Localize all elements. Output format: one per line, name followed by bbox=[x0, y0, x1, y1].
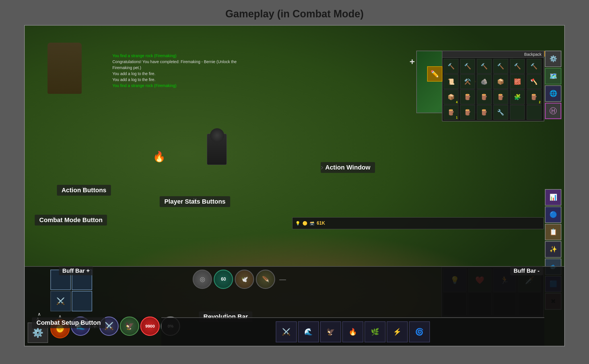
combat-mode-arrow: ∨ bbox=[35, 215, 56, 222]
bp-slot-22[interactable]: 🔧 bbox=[493, 105, 508, 120]
skill-btn-sword[interactable]: ⚔️ bbox=[99, 317, 119, 336]
action-buttons-annotation: Action Buttons ∨ bbox=[82, 185, 86, 192]
combat-mode-button[interactable]: ✊ bbox=[50, 319, 70, 338]
combat-setup-annotation: ∧ Combat Setup Button bbox=[32, 311, 41, 317]
rev-slot-5[interactable]: 🌿 bbox=[364, 321, 386, 342]
rev-slot-7[interactable]: 🌀 bbox=[409, 321, 430, 342]
backpack-label: Backpack bbox=[442, 51, 544, 58]
action-slot-4[interactable] bbox=[72, 291, 92, 311]
combat-section: ⚔️ ∧ ✊ 🌊 + ⚔️ 🦅 9900 0% bbox=[50, 270, 180, 338]
bp-slot-5[interactable]: 🔨 bbox=[510, 59, 525, 74]
combat-setup-button[interactable]: ⚙️ bbox=[28, 322, 48, 343]
backpack-grid: 🔨 🔨 🔨 🔨 🔨 🔨 📜 ⚒️ 🪨 📦 🧱 🪓 📦4 🪵 🪵 🪵 🧩 🪵2 🪵… bbox=[442, 58, 544, 121]
hp-badge: 9900 bbox=[140, 317, 160, 336]
chat-msg-4: You add a log to the fire. bbox=[112, 77, 250, 83]
chat-msg-2: Congratulations! You have completed: Fir… bbox=[112, 59, 250, 71]
bp-slot-6[interactable]: 🔨 bbox=[527, 59, 541, 74]
campfire bbox=[153, 151, 167, 165]
bp-slot-19[interactable]: 🪵1 bbox=[444, 105, 458, 120]
bp-slot-10[interactable]: 📦 bbox=[493, 74, 508, 89]
player-character bbox=[207, 134, 227, 165]
rev-slot-6[interactable]: ⚡ bbox=[387, 321, 408, 342]
settings-icon-button[interactable]: ⚙️ bbox=[545, 51, 561, 67]
action-window-annotation: Action Window › bbox=[321, 162, 323, 172]
stat-btn-3[interactable]: 🕊️ bbox=[235, 270, 254, 289]
bp-slot-12[interactable]: 🪓 bbox=[527, 74, 541, 89]
bp-slot-17[interactable]: 🧩 bbox=[510, 90, 525, 104]
coins-icon: 🟡 bbox=[302, 221, 307, 226]
bp-slot-8[interactable]: ⚒️ bbox=[460, 74, 475, 89]
revolution-up-arrow: ∧ bbox=[224, 311, 227, 317]
chat-area: You find a strange rock (Firemaking) Con… bbox=[110, 51, 252, 91]
combat-setup-up-arrow2: ∧ bbox=[32, 311, 41, 317]
rev-slot-3[interactable]: 🦅 bbox=[320, 321, 341, 342]
add-button[interactable]: + bbox=[409, 56, 415, 67]
edit-button[interactable]: ✏️ bbox=[427, 66, 442, 82]
bp-slot-4[interactable]: 🔨 bbox=[493, 59, 508, 74]
bp-slot-23[interactable] bbox=[510, 105, 525, 120]
combat-mode-up-arrow: ∧ bbox=[58, 314, 62, 319]
gold-icon: 💡 bbox=[295, 221, 300, 226]
revolution-bar: ⚔️ 🌊 🦅 🔥 🌿 ⚡ 🌀 bbox=[161, 317, 544, 346]
action-buttons-arrow: ∨ bbox=[82, 185, 86, 192]
bp-slot-21[interactable]: 🪵 bbox=[477, 105, 492, 120]
bp-slot-16[interactable]: 🪵 bbox=[493, 90, 508, 104]
plus-separator: + bbox=[91, 322, 98, 331]
combat-skills-bar: ∧ ✊ 🌊 + ⚔️ 🦅 9900 0% bbox=[50, 314, 180, 338]
bp-slot-2[interactable]: 🔨 bbox=[460, 59, 475, 74]
player-stats-row: ◎ 60 🕊️ 🪶 — bbox=[193, 270, 288, 289]
action-buttons-grid: ⚔️ bbox=[50, 270, 180, 311]
player-stats-annotation: Player Stats Buttons ∨ bbox=[193, 196, 197, 204]
buff-bar-plus-section: Buff Bar + bbox=[59, 266, 93, 275]
bp-slot-13[interactable]: 📦4 bbox=[444, 90, 458, 104]
rev-slot-1[interactable]: ⚔️ bbox=[276, 321, 297, 342]
player-stats-arrow: ∨ bbox=[193, 196, 197, 204]
buff-bar-minus-section: Buff Bar - bbox=[510, 266, 543, 275]
bp-slot-14[interactable]: 🪵 bbox=[460, 90, 475, 104]
combat-mode-section: ∧ ✊ bbox=[50, 314, 70, 338]
chat-msg-5: You find a strange rock (Firemaking) bbox=[112, 83, 250, 89]
player-stats-section: ◎ 60 🕊️ 🪶 — bbox=[193, 270, 288, 289]
inventory-icon-button[interactable]: 📋 bbox=[545, 224, 561, 240]
bp-slot-15[interactable]: 🪵 bbox=[477, 90, 492, 104]
stat-btn-4[interactable]: 🪶 bbox=[256, 270, 275, 289]
helm-icon-button[interactable]: Ⓗ bbox=[545, 103, 561, 119]
buff-bar-minus-label: Buff Bar - bbox=[510, 266, 543, 275]
bp-slot-18[interactable]: 🪵2 bbox=[527, 90, 541, 104]
bp-slot-24[interactable] bbox=[527, 105, 541, 120]
rev-slot-4[interactable]: 🔥 bbox=[342, 321, 363, 342]
stat-btn-2[interactable]: 60 bbox=[214, 270, 233, 289]
bp-slot-1[interactable]: 🔨 bbox=[444, 59, 458, 74]
bp-slot-3[interactable]: 🔨 bbox=[477, 59, 492, 74]
bp-slot-9[interactable]: 🪨 bbox=[477, 74, 492, 89]
stat-separator: — bbox=[277, 275, 288, 283]
gold-bar: 💡 🟡 🗃️ 61K bbox=[292, 217, 544, 229]
stat-btn-1[interactable]: ◎ bbox=[193, 270, 212, 289]
action-slot-3[interactable]: ⚔️ bbox=[50, 291, 71, 311]
map-icon-button[interactable]: 🗺️ bbox=[545, 68, 561, 84]
globe-icon-button[interactable]: 🌐 bbox=[545, 85, 561, 102]
storage-icon: 🗃️ bbox=[310, 221, 314, 226]
rev-slot-2[interactable]: 🌊 bbox=[298, 321, 319, 342]
bp-slot-20[interactable]: 🪵 bbox=[460, 105, 475, 120]
chat-msg-3: You add a log to the fire. bbox=[112, 71, 250, 77]
bp-slot-11[interactable]: 🧱 bbox=[510, 74, 525, 89]
gold-amount: 61K bbox=[317, 221, 325, 226]
bp-slot-7[interactable]: 📜 bbox=[444, 74, 458, 89]
skill-btn-2[interactable]: 🌊 bbox=[71, 317, 90, 336]
magic-icon-button[interactable]: ✨ bbox=[545, 241, 561, 258]
skills-icon-button[interactable]: 📊 bbox=[545, 189, 561, 206]
game-viewport: You find a strange rock (Firemaking) Con… bbox=[24, 25, 565, 346]
chat-msg-1: You find a strange rock (Firemaking) bbox=[112, 53, 250, 59]
page-title: Gameplay (in Combat Mode) bbox=[0, 0, 589, 25]
tree-stump bbox=[48, 43, 82, 94]
buff-bar-plus-label: Buff Bar + bbox=[59, 266, 93, 275]
skill-btn-eagle[interactable]: 🦅 bbox=[120, 317, 139, 336]
backpack-panel: Backpack 🔨 🔨 🔨 🔨 🔨 🔨 📜 ⚒️ 🪨 📦 🧱 🪓 📦4 🪵 🪵… bbox=[442, 51, 544, 121]
revolution-bar-annotation: ∧ Revolution Bar bbox=[224, 311, 227, 317]
quests-icon-button[interactable]: 🔵 bbox=[545, 206, 561, 223]
combat-mode-annotation: Combat Mode Button ∨ bbox=[35, 215, 56, 222]
